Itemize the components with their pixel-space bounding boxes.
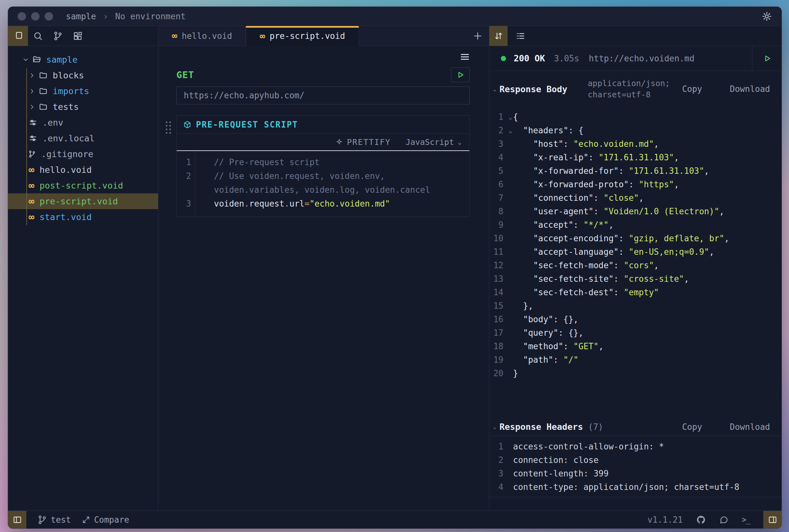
sliders-env-icon <box>28 134 37 142</box>
breadcrumb: sample › No environment <box>66 12 186 21</box>
github-icon[interactable] <box>696 515 706 525</box>
folder-icon <box>39 71 47 80</box>
tree-item-label: start.void <box>39 212 92 222</box>
json-line: 13 "sec-fetch-site": "cross-site", <box>489 272 782 286</box>
response-content-type: application/json; charset=utf-8 <box>588 78 682 100</box>
response-time: 3.05s <box>554 54 579 63</box>
collapse-chevron-icon[interactable]: ⌄ <box>493 424 496 430</box>
toggle-right-panel-icon[interactable] <box>763 511 782 529</box>
tree-item--gitignore[interactable]: .gitignore <box>8 146 158 162</box>
file-tree: sampleblocksimportstests.env.env.local.g… <box>8 46 158 511</box>
response-headers-header: ⌄ Response Headers (7) Copy Download <box>489 418 782 436</box>
chevron-right-icon[interactable] <box>28 88 36 95</box>
download-headers-button[interactable]: Download <box>730 422 770 432</box>
script-block-header: PRE-REQUEST SCRIPT <box>177 116 469 134</box>
tree-item-start-void[interactable]: ∞start.void <box>8 209 158 225</box>
breadcrumb-environment[interactable]: No environment <box>115 12 186 21</box>
request-url-input[interactable]: https://echo.apyhub.com/ <box>176 87 470 104</box>
tab-pre-script-void[interactable]: ∞pre-script.void <box>246 26 359 46</box>
swap-sort-icon[interactable] <box>489 26 507 46</box>
status-bar: test Compare v1.1.21 >_ <box>8 511 782 529</box>
fold-chevron-icon[interactable]: ⌄ <box>508 124 513 137</box>
infinity-void-icon: ∞ <box>28 212 34 222</box>
chevron-right-icon[interactable] <box>28 103 36 111</box>
json-line: 12 "sec-fetch-mode": "cors", <box>489 259 782 272</box>
file-explorer-icon[interactable] <box>8 26 28 46</box>
fold-chevron-icon[interactable]: ⌄ <box>508 110 513 124</box>
chevron-down-icon[interactable] <box>22 56 29 63</box>
language-select[interactable]: JavaScript ⌄ <box>405 137 462 147</box>
drag-handle[interactable] <box>166 121 171 134</box>
download-body-button[interactable]: Download <box>730 84 770 94</box>
response-toolbar <box>489 26 782 46</box>
json-line: 7 "connection": "close", <box>489 191 782 205</box>
tree-item-tests[interactable]: tests <box>8 99 158 115</box>
chevron-right-icon[interactable] <box>28 72 36 79</box>
json-line: 10 "accept-encoding": "gzip, deflate, br… <box>489 232 782 245</box>
search-icon[interactable] <box>28 26 48 46</box>
toggle-left-panel-icon[interactable] <box>8 511 26 529</box>
close-window-button[interactable] <box>18 12 26 21</box>
infinity-void-icon: ∞ <box>28 196 34 206</box>
json-line: 15 }, <box>489 299 782 312</box>
compare-button[interactable]: Compare <box>82 515 130 525</box>
json-line: 14 "sec-fetch-dest": "empty" <box>489 286 782 299</box>
response-headers-section: ⌄ Response Headers (7) Copy Download 1ac… <box>489 418 782 497</box>
chat-bubble-icon[interactable] <box>719 515 728 524</box>
chevron-down-icon: ⌄ <box>458 138 462 146</box>
tree-item-label: .env <box>42 118 63 128</box>
json-line: 17 "query": {}, <box>489 326 782 340</box>
resend-request-button[interactable] <box>752 46 782 71</box>
tree-item-hello-void[interactable]: ∞hello.void <box>8 162 158 178</box>
request-method-label: GET <box>176 70 194 80</box>
main-area: sampleblocksimportstests.env.env.local.g… <box>8 26 782 511</box>
sparkle-icon <box>335 138 343 146</box>
maximize-window-button[interactable] <box>45 12 53 21</box>
tree-item-post-script-void[interactable]: ∞post-script.void <box>8 178 158 193</box>
editor-panel: ∞hello.void∞pre-script.void GET https://… <box>158 26 489 511</box>
menu-hamburger-icon[interactable] <box>460 52 470 63</box>
title-bar: sample › No environment <box>8 7 782 26</box>
breadcrumb-project[interactable]: sample <box>66 12 96 21</box>
copy-headers-button[interactable]: Copy <box>682 422 702 432</box>
script-editor[interactable]: 123 // Pre-request script// Use voiden.r… <box>177 151 469 216</box>
tree-item--env-local[interactable]: .env.local <box>8 130 158 146</box>
minimize-window-button[interactable] <box>31 12 39 21</box>
tree-item--env[interactable]: .env <box>8 115 158 130</box>
copy-body-button[interactable]: Copy <box>682 84 702 94</box>
response-header-line: 2connection: close <box>489 453 782 467</box>
response-headers-list[interactable]: 1access-control-allow-origin: *2connecti… <box>489 436 782 497</box>
extensions-icon[interactable] <box>68 26 88 46</box>
tree-item-sample[interactable]: sample <box>8 52 158 68</box>
response-header-line: 3content-length: 399 <box>489 467 782 480</box>
tree-item-label: pre-script.void <box>39 196 118 206</box>
tree-item-label: post-script.void <box>39 180 123 190</box>
tab-hello-void[interactable]: ∞hello.void <box>158 26 246 45</box>
tree-item-pre-script-void[interactable]: ∞pre-script.void <box>8 193 158 209</box>
prettify-button[interactable]: PRETTIFY <box>335 137 391 147</box>
test-branch-button[interactable]: test <box>37 515 71 525</box>
response-headers-title: Response Headers <box>500 422 583 432</box>
response-headers-count: (7) <box>588 422 603 432</box>
json-line: 18 "method": "GET", <box>489 340 782 353</box>
tree-item-imports[interactable]: imports <box>8 83 158 99</box>
settings-gear-icon[interactable] <box>762 11 772 21</box>
response-header-line: 4content-type: application/json; charset… <box>489 480 782 494</box>
response-body-json[interactable]: 1⌄{2⌄ "headers": {3 "host": "echo.voiden… <box>489 107 782 380</box>
response-panel: 200 OK 3.05s http://echo.voiden.md ⌄ Res… <box>489 26 782 511</box>
tree-item-label: sample <box>46 55 78 64</box>
tree-item-blocks[interactable]: blocks <box>8 68 158 83</box>
script-block-title: PRE-REQUEST SCRIPT <box>196 120 298 130</box>
collapse-chevron-icon[interactable]: ⌄ <box>493 86 496 92</box>
tree-item-label: tests <box>53 102 79 112</box>
send-request-button[interactable] <box>451 68 470 82</box>
git-branch-icon[interactable] <box>48 26 68 46</box>
list-view-icon[interactable] <box>513 29 527 43</box>
terminal-icon[interactable]: >_ <box>742 515 750 524</box>
package-cube-icon <box>183 120 191 129</box>
infinity-void-icon: ∞ <box>172 31 177 41</box>
new-tab-button[interactable] <box>466 26 489 45</box>
json-line: 8 "user-agent": "Voiden/1.0 (Electron)", <box>489 205 782 218</box>
json-line: 6 "x-forwarded-proto": "https", <box>489 178 782 191</box>
response-header-line: 1access-control-allow-origin: * <box>489 440 782 453</box>
